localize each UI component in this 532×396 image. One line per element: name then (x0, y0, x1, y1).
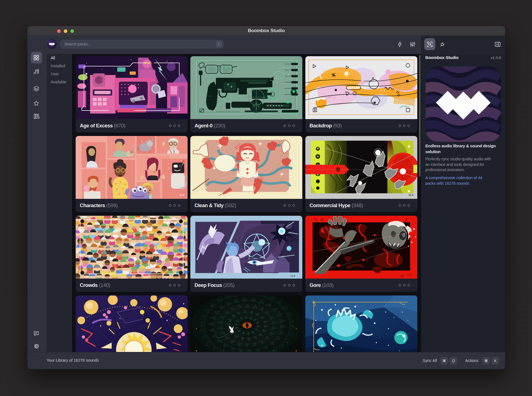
svg-text:v2.0: v2.0 (290, 274, 295, 277)
svg-text:v2.0: v2.0 (408, 194, 413, 196)
svg-text:v2.0: v2.0 (179, 194, 184, 196)
svg-text:v2.0: v2.0 (407, 273, 412, 276)
